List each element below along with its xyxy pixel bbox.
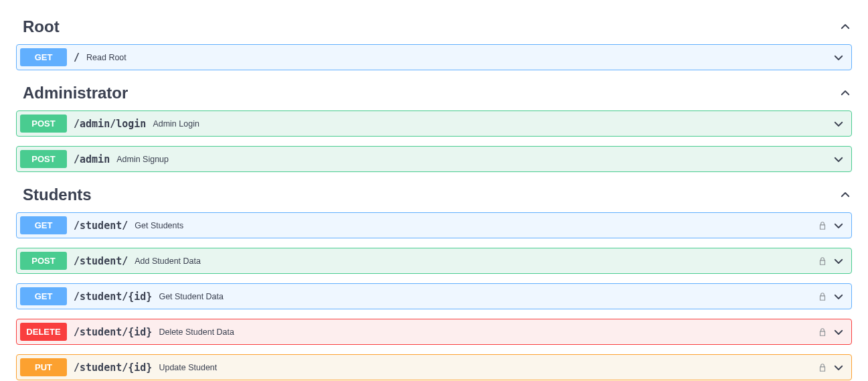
endpoint-actions bbox=[818, 255, 845, 267]
endpoint-path: /admin bbox=[74, 153, 110, 165]
method-badge: POST bbox=[20, 252, 67, 270]
chevron-down-icon[interactable] bbox=[833, 153, 845, 165]
method-badge: DELETE bbox=[20, 323, 67, 341]
section: StudentsGET/student/Get StudentsPOST/stu… bbox=[16, 181, 852, 380]
endpoint-row[interactable]: DELETE/student/{id}Delete Student Data bbox=[16, 319, 852, 345]
endpoint-description: Update Student bbox=[159, 363, 217, 372]
section: RootGET/Read Root bbox=[16, 13, 852, 70]
lock-icon[interactable] bbox=[818, 327, 827, 337]
section-title: Students bbox=[23, 185, 92, 204]
endpoint-list: GET/Read Root bbox=[16, 44, 852, 70]
endpoint-actions bbox=[818, 291, 845, 303]
chevron-down-icon[interactable] bbox=[833, 291, 845, 303]
endpoint-path: /admin/login bbox=[74, 118, 146, 130]
lock-icon[interactable] bbox=[818, 363, 827, 372]
endpoint-description: Admin Signup bbox=[116, 155, 169, 164]
endpoint-actions bbox=[833, 52, 845, 64]
endpoint-path: /student/ bbox=[74, 220, 128, 232]
chevron-down-icon[interactable] bbox=[833, 52, 845, 64]
endpoint-description: Delete Student Data bbox=[159, 327, 234, 337]
section-header[interactable]: Students bbox=[16, 181, 852, 212]
endpoint-list: POST/admin/loginAdmin LoginPOST/adminAdm… bbox=[16, 110, 852, 172]
section-title: Root bbox=[23, 17, 60, 36]
endpoint-actions bbox=[833, 153, 845, 165]
chevron-down-icon[interactable] bbox=[833, 220, 845, 232]
endpoint-path: /student/{id} bbox=[74, 362, 152, 374]
endpoint-row[interactable]: POST/adminAdmin Signup bbox=[16, 146, 852, 172]
section: AdministratorPOST/admin/loginAdmin Login… bbox=[16, 80, 852, 172]
section-header[interactable]: Root bbox=[16, 13, 852, 44]
chevron-down-icon[interactable] bbox=[833, 255, 845, 267]
section-header[interactable]: Administrator bbox=[16, 80, 852, 110]
lock-icon[interactable] bbox=[818, 292, 827, 301]
lock-icon[interactable] bbox=[818, 221, 827, 230]
endpoint-actions bbox=[833, 118, 845, 130]
chevron-up-icon[interactable] bbox=[839, 188, 852, 202]
method-badge: GET bbox=[20, 48, 67, 66]
lock-icon[interactable] bbox=[818, 256, 827, 266]
endpoint-list: GET/student/Get StudentsPOST/student/Add… bbox=[16, 212, 852, 380]
endpoint-row[interactable]: GET/student/{id}Get Student Data bbox=[16, 283, 852, 309]
chevron-up-icon[interactable] bbox=[839, 20, 852, 33]
chevron-down-icon[interactable] bbox=[833, 118, 845, 130]
chevron-up-icon[interactable] bbox=[839, 86, 852, 100]
endpoint-actions bbox=[818, 362, 845, 374]
chevron-down-icon[interactable] bbox=[833, 326, 845, 338]
endpoint-row[interactable]: POST/admin/loginAdmin Login bbox=[16, 110, 852, 137]
method-badge: PUT bbox=[20, 358, 67, 376]
endpoint-description: Get Student Data bbox=[159, 292, 224, 301]
endpoint-row[interactable]: POST/student/Add Student Data bbox=[16, 248, 852, 274]
endpoint-path: /student/{id} bbox=[74, 291, 152, 303]
endpoint-description: Admin Login bbox=[153, 119, 199, 129]
endpoint-description: Read Root bbox=[86, 53, 126, 62]
method-badge: GET bbox=[20, 216, 67, 234]
endpoint-path: /student/{id} bbox=[74, 326, 152, 338]
chevron-down-icon[interactable] bbox=[833, 362, 845, 374]
section-title: Administrator bbox=[23, 84, 128, 102]
endpoint-row[interactable]: GET/Read Root bbox=[16, 44, 852, 70]
endpoint-path: / bbox=[74, 52, 80, 64]
method-badge: GET bbox=[20, 287, 67, 305]
endpoint-path: /student/ bbox=[74, 255, 128, 267]
endpoint-row[interactable]: PUT/student/{id}Update Student bbox=[16, 354, 852, 380]
method-badge: POST bbox=[20, 115, 67, 133]
endpoint-actions bbox=[818, 220, 845, 232]
endpoint-row[interactable]: GET/student/Get Students bbox=[16, 212, 852, 238]
endpoint-description: Get Students bbox=[135, 221, 183, 230]
endpoint-actions bbox=[818, 326, 845, 338]
endpoint-description: Add Student Data bbox=[135, 256, 201, 266]
method-badge: POST bbox=[20, 150, 67, 168]
